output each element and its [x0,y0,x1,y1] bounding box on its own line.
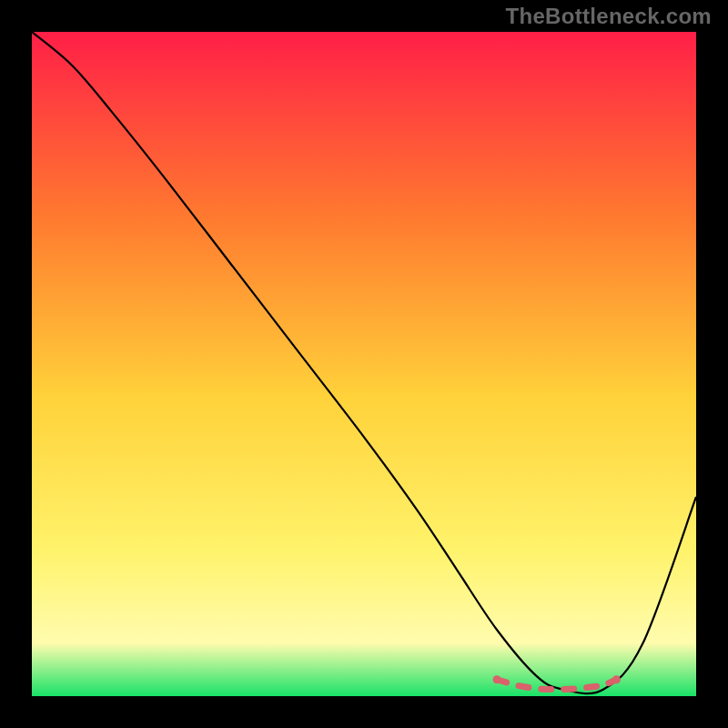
marker-endpoint [493,675,501,683]
chart-frame: TheBottleneck.com [0,0,728,728]
plot-area [32,32,696,696]
gradient-background [32,32,696,696]
chart-svg [32,32,696,696]
watermark-text: TheBottleneck.com [506,4,712,29]
marker-endpoint [612,675,621,683]
